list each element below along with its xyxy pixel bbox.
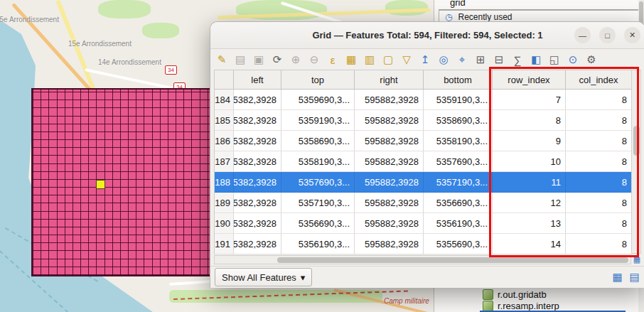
cell-left[interactable]: 5382,3928 [234,90,281,110]
toolbox-search-input[interactable]: grid [450,0,466,8]
invert-selection-icon[interactable]: ▥ [363,53,377,67]
column-header-col-index[interactable]: col_index [566,70,632,90]
move-selection-top-icon[interactable]: ↥ [418,53,432,67]
delete-selected-icon[interactable]: ⊖ [307,53,321,67]
corner-header[interactable] [215,70,234,90]
cell-row-index[interactable]: 11 [493,172,566,193]
cell-left[interactable]: 5382,3928 [234,110,281,131]
row-number[interactable]: 191 [215,234,234,254]
cell-left[interactable]: 5382,3928 [234,213,281,234]
zoom-search-icon[interactable]: ⊙ [566,53,580,67]
cell-right[interactable]: 595882,3928 [355,213,424,234]
reload-icon[interactable]: ⟳ [270,53,284,67]
row-number[interactable]: 189 [215,193,234,213]
cell-col-index[interactable]: 8 [566,90,632,110]
cell-bottom[interactable]: 5359190,3... [424,90,493,110]
add-feature-icon[interactable]: ⊕ [289,53,303,67]
column-header-left[interactable]: left [234,70,281,90]
cell-right[interactable]: 595882,3928 [355,110,424,131]
select-by-expression-icon[interactable]: ε [326,53,340,67]
show-all-features-dropdown[interactable]: Show All Features ▾ [215,268,312,286]
row-number[interactable]: 185 [215,110,234,131]
form-view-icon[interactable]: ▤ [628,271,640,284]
toolbox-item-r-out-gridatb[interactable]: r.out.gridatb [483,289,547,300]
cell-right[interactable]: 595882,3928 [355,131,424,151]
cell-row-index[interactable]: 9 [493,131,566,151]
column-header-top[interactable]: top [281,70,355,90]
column-header-right[interactable]: right [355,70,424,90]
maximize-button[interactable]: □ [599,27,616,43]
cell-top[interactable]: 5359690,3... [281,90,355,110]
row-number[interactable]: 187 [215,151,234,172]
minimize-button[interactable]: — [574,27,591,43]
cell-left[interactable]: 5382,3928 [234,131,281,151]
filter-select-form-icon[interactable]: ▽ [399,53,414,67]
cell-bottom[interactable]: 5355690,3... [424,234,493,254]
table-row: 187 5382,3928 5358190,3... 595882,3928 5… [215,151,632,172]
cell-top[interactable]: 5359190,3... [281,110,355,131]
field-calculator-icon[interactable]: ∑ [510,53,525,67]
cell-row-index[interactable]: 14 [493,234,566,254]
toolbox-item-r-resamp-interp[interactable]: r.resamp.interp [483,301,559,311]
cell-row-index[interactable]: 12 [493,193,566,213]
cell-row-index[interactable]: 13 [493,213,566,234]
pan-to-selection-icon[interactable]: ◎ [436,53,451,67]
cell-bottom[interactable]: 5356190,3... [424,213,493,234]
column-header-row-index[interactable]: row_index [493,70,566,90]
new-field-icon[interactable]: ⊞ [473,53,488,67]
cell-left[interactable]: 5382,3928 [234,193,281,213]
conditional-formatting-icon[interactable]: ◧ [529,53,543,67]
multi-edit-icon[interactable]: ▤ [233,53,247,67]
settings-icon[interactable]: ⚙ [584,53,599,67]
cell-col-index[interactable]: 8 [566,193,632,213]
cell-top[interactable]: 5358190,3... [281,151,355,172]
dock-table-icon[interactable]: ◱ [547,53,562,67]
cell-col-index[interactable]: 8 [566,110,632,131]
cell-col-index[interactable]: 8 [566,172,632,193]
row-number[interactable]: 186 [215,131,234,151]
window-titlebar[interactable]: Grid — Features Total: 594, Filtered: 59… [210,22,644,49]
deselect-all-icon[interactable]: ▢ [381,53,395,67]
cell-bottom[interactable]: 5357190,3... [424,172,493,193]
cell-bottom[interactable]: 5357690,3... [424,151,493,172]
cell-right[interactable]: 595882,3928 [355,193,424,213]
cell-col-index[interactable]: 8 [566,213,632,234]
cell-left[interactable]: 5382,3928 [234,151,281,172]
row-number[interactable]: 188 [215,172,234,193]
horizontal-scrollbar[interactable] [214,255,631,264]
cell-left[interactable]: 5382,3928 [234,234,281,254]
save-edits-icon[interactable]: ▣ [252,53,266,67]
cell-top[interactable]: 5358690,3... [281,131,355,151]
cell-right[interactable]: 595882,3928 [355,90,424,110]
cell-top[interactable]: 5357190,3... [281,193,355,213]
cell-bottom[interactable]: 5358690,3... [424,110,493,131]
cell-top[interactable]: 5356690,3... [281,213,355,234]
cell-col-index[interactable]: 8 [566,234,632,254]
cell-row-index[interactable]: 8 [493,110,566,131]
cell-row-index[interactable]: 10 [493,151,566,172]
cell-bottom[interactable]: 5358190,3... [424,131,493,151]
cell-col-index[interactable]: 8 [566,131,632,151]
select-all-icon[interactable]: ▦ [344,53,358,67]
close-button[interactable]: ✕ [624,27,640,43]
row-number[interactable]: 184 [215,90,234,110]
cell-right[interactable]: 595882,3928 [355,234,424,254]
column-header-bottom[interactable]: bottom [424,70,493,90]
zoom-to-selection-icon[interactable]: ⌖ [455,53,469,67]
cell-top[interactable]: 5356190,3... [281,234,355,254]
cell-left[interactable]: 5382,3928 [234,172,281,193]
cell-col-index[interactable]: 8 [566,151,632,172]
cell-right[interactable]: 595882,3928 [355,172,424,193]
vertical-scrollbar-thumb[interactable] [633,126,640,156]
cell-row-index[interactable]: 7 [493,90,566,110]
cell-bottom[interactable]: 5356690,3... [424,193,493,213]
cell-top[interactable]: 5357690,3... [281,172,355,193]
row-number[interactable]: 190 [215,213,234,234]
delete-field-icon[interactable]: ⊟ [492,53,506,67]
vertical-scrollbar[interactable] [631,70,641,254]
table-row: 191 5382,3928 5356190,3... 595882,3928 5… [215,234,632,254]
toggle-editing-icon[interactable]: ✎ [215,53,229,67]
cell-right[interactable]: 595882,3928 [355,151,424,172]
horizontal-scrollbar-thumb[interactable] [277,257,628,263]
table-view-icon[interactable]: ▦ [611,271,623,284]
